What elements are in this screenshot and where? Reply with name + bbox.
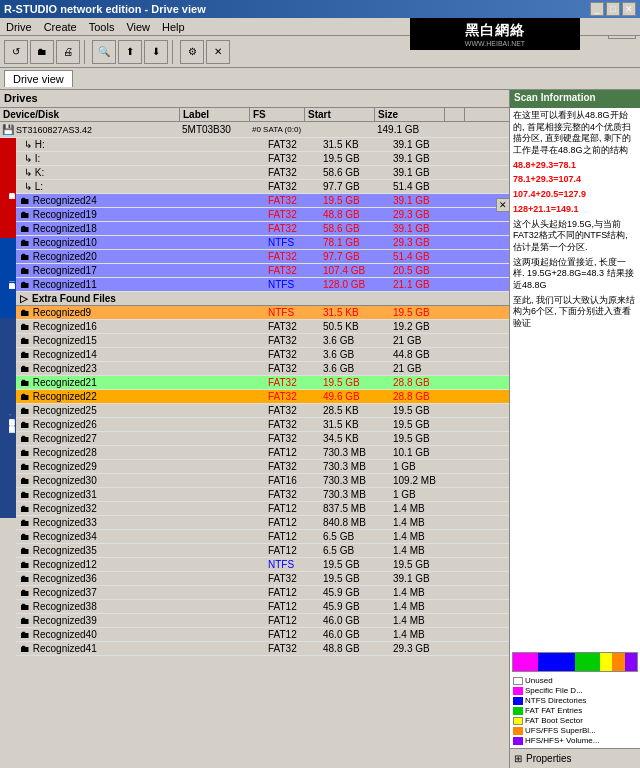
- print-button[interactable]: 🖨: [56, 40, 80, 64]
- main-drive-device: 💾 ST3160827AS3.42: [0, 124, 180, 135]
- close-button[interactable]: ✕: [622, 2, 636, 16]
- up-button[interactable]: ⬆: [118, 40, 142, 64]
- search-button[interactable]: 🔍: [92, 40, 116, 64]
- color-bar-segment-4: [600, 653, 612, 671]
- properties-label: Properties: [526, 753, 572, 764]
- table-row[interactable]: 🖿 Recognized30 FAT16 730.3 MB 109.2 MB: [16, 474, 509, 488]
- table-row[interactable]: ↳ H: FAT32 31.5 KB 39.1 GB: [16, 138, 509, 152]
- legend: Unused Specific File D... NTFS Directori…: [510, 674, 640, 748]
- open-button[interactable]: 🖿: [30, 40, 54, 64]
- formula-1: 48.8+29.3=78.1: [513, 160, 637, 172]
- legend-color-fat: [513, 707, 523, 715]
- table-header: Device/Disk Label FS Start Size: [0, 108, 509, 122]
- table-row[interactable]: 🖿 Recognized40 FAT12 46.0 GB 1.4 MB: [16, 628, 509, 642]
- legend-item: HFS/HFS+ Volume...: [513, 736, 637, 745]
- legend-label-ntfs: NTFS Directories: [525, 696, 586, 705]
- col-fs[interactable]: FS: [250, 108, 305, 121]
- annotation-next-structure: 次要可能的分区结构, 绿色 橙色 红色 依次推荐级别不同: [0, 318, 16, 518]
- logo-url: WWW.HEIBAI.NET: [465, 40, 525, 47]
- menu-create[interactable]: Create: [42, 21, 79, 33]
- legend-label-fat: FAT FAT Entries: [525, 706, 582, 715]
- color-bar: [512, 652, 638, 672]
- scan-text-4: 至此, 我们可以大致认为原来结构为6个区, 下面分别进入查看验证: [513, 295, 637, 330]
- refresh-button[interactable]: ↺: [4, 40, 28, 64]
- table-row[interactable]: 🖿 Recognized39 FAT12 46.0 GB 1.4 MB: [16, 614, 509, 628]
- table-row[interactable]: 🖿 Recognized15 FAT32 3.6 GB 21 GB: [16, 334, 509, 348]
- menu-help[interactable]: Help: [160, 21, 187, 33]
- table-row[interactable]: 🖿 Recognized25 FAT32 28.5 KB 19.5 GB: [16, 404, 509, 418]
- minimize-button[interactable]: _: [590, 2, 604, 16]
- tab-bar: Drive view: [0, 68, 640, 90]
- maximize-button[interactable]: □: [606, 2, 620, 16]
- table-row[interactable]: 🖿 Recognized23 FAT32 3.6 GB 21 GB: [16, 362, 509, 376]
- stop-button[interactable]: ✕: [206, 40, 230, 64]
- col-start[interactable]: Start: [305, 108, 375, 121]
- table-row[interactable]: 🖿 Recognized26 FAT32 31.5 KB 19.5 GB: [16, 418, 509, 432]
- table-row[interactable]: 🖿 Recognized9 NTFS 31.5 KB 19.5 GB: [16, 306, 509, 320]
- legend-item: Specific File D...: [513, 686, 637, 695]
- table-row[interactable]: 🖿 Recognized36 FAT32 19.5 GB 39.1 GB: [16, 572, 509, 586]
- table-row[interactable]: ↳ L: FAT32 97.7 GB 51.4 GB: [16, 180, 509, 194]
- table-row[interactable]: 🖿 Recognized20 FAT32 97.7 GB 51.4 GB: [16, 250, 509, 264]
- logo-area: 黑白網絡 WWW.HEIBAI.NET: [410, 18, 580, 50]
- table-row[interactable]: ↳ I: FAT32 19.5 GB 39.1 GB: [16, 152, 509, 166]
- scan-text-1: 在这里可以看到从48.8G开始的, 首尾相接完整的4个优质扫描分区, 直到硬盘尾…: [513, 110, 637, 157]
- logo-text: 黑白網絡: [465, 22, 525, 40]
- formula-4: 128+21.1=149.1: [513, 204, 637, 216]
- table-row[interactable]: 🖿 Recognized31 FAT32 730.3 MB 1 GB: [16, 488, 509, 502]
- table-row[interactable]: 🖿 Recognized24 FAT32 19.5 GB 39.1 GB: [16, 194, 509, 208]
- menu-drive[interactable]: Drive: [4, 21, 34, 33]
- col-device[interactable]: Device/Disk: [0, 108, 180, 121]
- settings-button[interactable]: ⚙: [180, 40, 204, 64]
- table-row[interactable]: 🖿 Recognized35 FAT12 6.5 GB 1.4 MB: [16, 544, 509, 558]
- legend-color-ufs: [513, 727, 523, 735]
- table-row[interactable]: 🖿 Recognized34 FAT12 6.5 GB 1.4 MB: [16, 530, 509, 544]
- legend-item: NTFS Directories: [513, 696, 637, 705]
- legend-item: UFS/FFS SuperBl...: [513, 726, 637, 735]
- table-row[interactable]: 🖿 Recognized18 FAT32 58.6 GB 39.1 GB: [16, 222, 509, 236]
- legend-color-boot: [513, 717, 523, 725]
- table-row[interactable]: 🖿 Recognized21 FAT32 19.5 GB 28.8 GB: [16, 376, 509, 390]
- table-row[interactable]: 🖿 Recognized22 FAT32 49.6 GB 28.8 GB: [16, 390, 509, 404]
- table-row[interactable]: 🖿 Recognized38 FAT12 45.9 GB 1.4 MB: [16, 600, 509, 614]
- table-row[interactable]: ↳ K: FAT32 58.6 GB 39.1 GB: [16, 166, 509, 180]
- legend-color-specific: [513, 687, 523, 695]
- extra-found-files: ▷ Extra Found Files: [16, 292, 509, 306]
- menu-view[interactable]: View: [124, 21, 152, 33]
- table-row[interactable]: 🖿 Recognized32 FAT12 837.5 MB 1.4 MB: [16, 502, 509, 516]
- table-row[interactable]: 🖿 Recognized28 FAT12 730.3 MB 10.1 GB: [16, 446, 509, 460]
- properties-tab[interactable]: ⊞ Properties: [510, 748, 640, 768]
- col-size[interactable]: Size: [375, 108, 445, 121]
- col-label[interactable]: Label: [180, 108, 250, 121]
- main-drive-row[interactable]: 💾 ST3160827AS3.42 5MT03B30 #0 SATA (0:0)…: [0, 122, 509, 138]
- annotation-scan-quality: 扫描到优质的分区结构: [0, 138, 16, 238]
- main-drive-label: 5MT03B30: [180, 124, 250, 135]
- table-row[interactable]: 🖿 Recognized14 FAT32 3.6 GB 44.8 GB: [16, 348, 509, 362]
- color-bar-segment-5: [612, 653, 624, 671]
- legend-item: FAT FAT Entries: [513, 706, 637, 715]
- down-button[interactable]: ⬇: [144, 40, 168, 64]
- drive-icon: 💾: [2, 124, 14, 135]
- properties-icon: ⊞: [514, 753, 522, 764]
- annotation-current-structure: 与当前结构一样的扫描结果可以排除: [0, 238, 16, 318]
- drive-view-tab[interactable]: Drive view: [4, 70, 73, 87]
- table-row[interactable]: 🖿 Recognized41 FAT32 48.8 GB 29.3 GB: [16, 642, 509, 656]
- legend-color-hfs: [513, 737, 523, 745]
- table-row[interactable]: 🖿 Recognized27 FAT32 34.5 KB 19.5 GB: [16, 432, 509, 446]
- table-row[interactable]: 🖿 Recognized37 FAT12 45.9 GB 1.4 MB: [16, 586, 509, 600]
- table-row[interactable]: 🖿 Recognized19 FAT32 48.8 GB 29.3 GB: [16, 208, 509, 222]
- table-row[interactable]: 🖿 Recognized29 FAT32 730.3 MB 1 GB: [16, 460, 509, 474]
- table-row[interactable]: 🖿 Recognized16 FAT32 50.5 KB 19.2 GB: [16, 320, 509, 334]
- legend-label-specific: Specific File D...: [525, 686, 583, 695]
- toolbar-separator-1: [84, 40, 88, 64]
- formula-2: 78.1+29.3=107.4: [513, 174, 637, 186]
- scan-panel-header: Scan Information: [510, 90, 640, 108]
- table-row[interactable]: 🖿 Recognized33 FAT12 840.8 MB 1.4 MB: [16, 516, 509, 530]
- table-row[interactable]: 🖿 Recognized11 NTFS 128.0 GB 21.1 GB: [16, 278, 509, 292]
- table-row[interactable]: 🖿 Recognized12 NTFS 19.5 GB 19.5 GB: [16, 558, 509, 572]
- table-row[interactable]: 🖿 Recognized17 FAT32 107.4 GB 20.5 GB: [16, 264, 509, 278]
- menu-tools[interactable]: Tools: [87, 21, 117, 33]
- panel-close-button[interactable]: ✕: [496, 198, 510, 212]
- table-body[interactable]: ↳ H: FAT32 31.5 KB 39.1 GB ↳ I: FAT32 19…: [16, 138, 509, 768]
- table-row[interactable]: 🖿 Recognized10 NTFS 78.1 GB 29.3 GB: [16, 236, 509, 250]
